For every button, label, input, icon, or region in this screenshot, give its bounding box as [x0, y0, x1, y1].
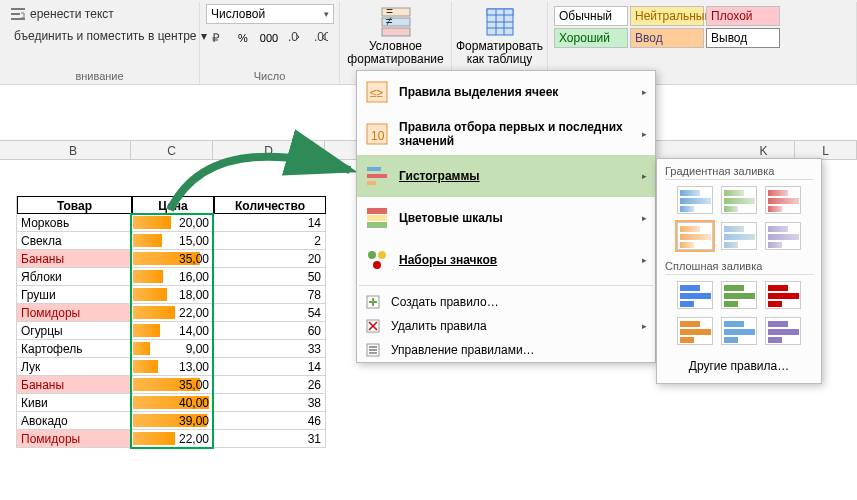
- cell-product[interactable]: Груши: [17, 286, 132, 304]
- menu-color-scales[interactable]: Цветовые шкалы ▸: [357, 197, 655, 239]
- table-row: Помидоры22,0054: [17, 304, 326, 322]
- highlight-rules-icon: ≤≥: [365, 80, 389, 104]
- thousands-button[interactable]: 000: [258, 28, 280, 48]
- cell-price[interactable]: 22,00: [132, 304, 214, 322]
- cell-product[interactable]: Киви: [17, 394, 132, 412]
- cell-product[interactable]: Помидоры: [17, 304, 132, 322]
- cell-qty[interactable]: 60: [214, 322, 326, 340]
- cell-price[interactable]: 40,00: [132, 394, 214, 412]
- svg-text:₽: ₽: [212, 31, 220, 45]
- cell-price[interactable]: 35,00: [132, 250, 214, 268]
- menu-highlight-cells[interactable]: ≤≥ Правила выделения ячеек ▸: [357, 71, 655, 113]
- table-row: Лук13,0014: [17, 358, 326, 376]
- cell-price[interactable]: 35,00: [132, 376, 214, 394]
- number-format-combo[interactable]: Числовой ▾: [206, 4, 334, 24]
- gradient-lightblue[interactable]: [721, 222, 757, 250]
- solid-red[interactable]: [765, 281, 801, 309]
- svg-rect-36: [369, 352, 377, 354]
- gradient-red[interactable]: [765, 186, 801, 214]
- increase-decimal-button[interactable]: .0: [284, 28, 306, 48]
- percent-button[interactable]: %: [232, 28, 254, 48]
- svg-point-29: [378, 251, 386, 259]
- cell-qty[interactable]: 78: [214, 286, 326, 304]
- merge-center-label: бъединить и поместить в центре: [14, 29, 197, 43]
- cell-qty[interactable]: 54: [214, 304, 326, 322]
- cell-qty[interactable]: 20: [214, 250, 326, 268]
- clear-rules-icon: [365, 318, 381, 334]
- gradient-blue[interactable]: [677, 186, 713, 214]
- cell-price[interactable]: 39,00: [132, 412, 214, 430]
- cell-product[interactable]: Яблоки: [17, 268, 132, 286]
- style-input[interactable]: Ввод: [630, 28, 704, 48]
- cell-qty[interactable]: 2: [214, 232, 326, 250]
- style-normal[interactable]: Обычный: [554, 6, 628, 26]
- gradient-orange[interactable]: [677, 222, 713, 250]
- menu-new-rule[interactable]: Создать правило…: [357, 290, 655, 314]
- cell-price[interactable]: 14,00: [132, 322, 214, 340]
- cell-product[interactable]: Свекла: [17, 232, 132, 250]
- cell-qty[interactable]: 46: [214, 412, 326, 430]
- header-qty[interactable]: Количество: [214, 196, 326, 214]
- style-output[interactable]: Вывод: [706, 28, 780, 48]
- cell-product[interactable]: Картофель: [17, 340, 132, 358]
- gradient-purple[interactable]: [765, 222, 801, 250]
- solid-lightblue[interactable]: [721, 317, 757, 345]
- menu-data-bars[interactable]: Гистограммы ▸: [357, 155, 655, 197]
- cell-qty[interactable]: 50: [214, 268, 326, 286]
- svg-rect-26: [367, 215, 387, 221]
- solid-orange[interactable]: [677, 317, 713, 345]
- decrease-decimal-button[interactable]: .00: [310, 28, 332, 48]
- col-header-k[interactable]: K: [733, 141, 795, 159]
- cell-product[interactable]: Бананы: [17, 250, 132, 268]
- cell-product[interactable]: Авокадо: [17, 412, 132, 430]
- col-header-c[interactable]: C: [131, 141, 213, 159]
- header-product[interactable]: Товар: [17, 196, 132, 214]
- cell-product[interactable]: Помидоры: [17, 430, 132, 448]
- style-bad[interactable]: Плохой: [706, 6, 780, 26]
- cell-price[interactable]: 9,00: [132, 340, 214, 358]
- style-good[interactable]: Хороший: [554, 28, 628, 48]
- cell-qty[interactable]: 14: [214, 358, 326, 376]
- cell-price[interactable]: 13,00: [132, 358, 214, 376]
- style-neutral[interactable]: Нейтральный: [630, 6, 704, 26]
- currency-button[interactable]: ₽: [206, 28, 228, 48]
- solid-blue[interactable]: [677, 281, 713, 309]
- new-rule-icon: [365, 294, 381, 310]
- header-price[interactable]: Цена: [132, 196, 214, 214]
- cell-qty[interactable]: 26: [214, 376, 326, 394]
- wrap-text-button[interactable]: еренести текст: [6, 4, 193, 24]
- col-header-b[interactable]: B: [16, 141, 131, 159]
- merge-center-button[interactable]: бъединить и поместить в центре ▾: [6, 26, 193, 46]
- menu-clear-rules[interactable]: Удалить правила ▸: [357, 314, 655, 338]
- cell-product[interactable]: Лук: [17, 358, 132, 376]
- solid-green[interactable]: [721, 281, 757, 309]
- cell-price[interactable]: 16,00: [132, 268, 214, 286]
- more-rules-link[interactable]: Другие правила…: [665, 355, 813, 377]
- cell-price[interactable]: 15,00: [132, 232, 214, 250]
- col-header-d[interactable]: D: [213, 141, 325, 159]
- cell-qty[interactable]: 14: [214, 214, 326, 232]
- cell-product[interactable]: Бананы: [17, 376, 132, 394]
- cell-qty[interactable]: 31: [214, 430, 326, 448]
- cell-price[interactable]: 22,00: [132, 430, 214, 448]
- cell-styles-gallery[interactable]: Обычный Нейтральный Плохой Хороший Ввод …: [554, 6, 850, 48]
- table-header-row: Товар Цена Количество: [17, 196, 326, 214]
- format-as-table-button[interactable]: Форматировать как таблицу ▾: [458, 4, 541, 79]
- cell-price[interactable]: 20,00: [132, 214, 214, 232]
- cell-product[interactable]: Огурцы: [17, 322, 132, 340]
- svg-rect-13: [487, 9, 513, 15]
- solid-purple[interactable]: [765, 317, 801, 345]
- cell-price[interactable]: 18,00: [132, 286, 214, 304]
- wrap-text-icon: [10, 6, 26, 22]
- col-header-l[interactable]: L: [795, 141, 857, 159]
- menu-top-bottom[interactable]: 10 Правила отбора первых и последних зна…: [357, 113, 655, 155]
- menu-icon-sets[interactable]: Наборы значков ▸: [357, 239, 655, 281]
- gradient-green[interactable]: [721, 186, 757, 214]
- cell-product[interactable]: Морковь: [17, 214, 132, 232]
- cell-qty[interactable]: 33: [214, 340, 326, 358]
- color-scales-icon: [365, 206, 389, 230]
- conditional-formatting-button[interactable]: =≠ Условное форматирование ▾: [346, 4, 445, 79]
- chevron-right-icon: ▸: [642, 321, 647, 331]
- cell-qty[interactable]: 38: [214, 394, 326, 412]
- menu-manage-rules[interactable]: Управление правилами…: [357, 338, 655, 362]
